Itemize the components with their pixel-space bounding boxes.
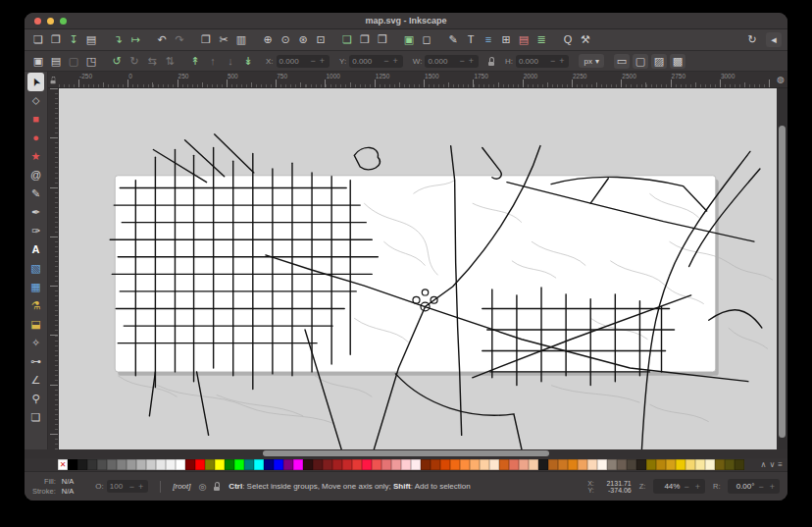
palette-swatch[interactable] — [156, 459, 166, 470]
move-gradients-toggle[interactable]: ▨ — [651, 54, 667, 69]
save-document-button[interactable]: ↧ — [66, 32, 81, 47]
zoom-selection-button[interactable]: ⊕ — [260, 32, 276, 47]
connector-tool[interactable]: ⊶ — [27, 352, 44, 371]
palette-swatch[interactable] — [538, 459, 548, 470]
layer-lock-icon[interactable] — [214, 482, 221, 491]
zoom-plus-button[interactable]: + — [693, 482, 702, 492]
duplicate-button[interactable]: ❏ — [339, 32, 355, 47]
x-plus-button[interactable]: + — [318, 56, 327, 66]
palette-scroll-up-button[interactable]: ∧ — [761, 460, 767, 469]
calligraphy-tool[interactable]: ✑ — [27, 222, 44, 240]
palette-swatch[interactable] — [705, 459, 715, 470]
palette-swatch[interactable] — [715, 459, 725, 470]
palette-swatch[interactable] — [342, 459, 352, 470]
select-all-layers-button[interactable]: ▤ — [48, 54, 64, 69]
palette-swatch[interactable] — [460, 459, 470, 470]
y-plus-button[interactable]: + — [390, 56, 399, 66]
opacity-plus-button[interactable]: + — [136, 482, 145, 492]
import-button[interactable]: ↴ — [110, 32, 126, 47]
flip-horizontal-button[interactable]: ⇆ — [144, 54, 160, 69]
horizontal-scrollbar[interactable] — [25, 449, 787, 458]
palette-swatch[interactable] — [411, 459, 421, 470]
horizontal-ruler[interactable]: -250025050075010001250150017502000225025… — [59, 72, 774, 87]
collapse-toolbar-button[interactable]: ◂ — [766, 32, 782, 47]
lock-ratio-icon[interactable] — [488, 57, 495, 66]
palette-swatch[interactable] — [735, 459, 744, 470]
palette-swatch[interactable] — [362, 459, 372, 470]
tweak-tool[interactable]: ✧ — [27, 334, 44, 352]
move-patterns-toggle[interactable]: ▩ — [670, 54, 685, 69]
lower-button[interactable]: ↓ — [223, 54, 238, 69]
palette-swatch[interactable] — [587, 459, 597, 470]
palette-swatch[interactable] — [68, 459, 77, 470]
palette-swatch[interactable] — [509, 459, 519, 470]
vertical-scrollbar-thumb[interactable] — [779, 126, 786, 438]
palette-swatch[interactable] — [176, 459, 185, 470]
paste-button[interactable]: ▥ — [233, 32, 249, 47]
redo-button[interactable]: ↷ — [172, 32, 187, 47]
ellipse-tool[interactable]: ● — [27, 129, 44, 147]
rotation-minus-button[interactable]: − — [756, 482, 765, 492]
snap-controls-icon[interactable]: ◍ — [774, 72, 787, 87]
palette-swatch[interactable] — [87, 459, 97, 470]
palette-swatch[interactable] — [195, 459, 205, 470]
palette-swatch[interactable] — [401, 459, 411, 470]
palette-swatch[interactable] — [578, 459, 587, 470]
palette-swatch[interactable] — [244, 459, 254, 470]
height-minus-button[interactable]: − — [548, 56, 557, 66]
palette-swatch[interactable] — [117, 459, 127, 470]
reset-rotation-button[interactable]: ↻ — [744, 32, 760, 47]
raise-button[interactable]: ↑ — [205, 54, 221, 69]
width-input[interactable]: 0.000 — [428, 57, 457, 66]
palette-swatch[interactable] — [127, 459, 136, 470]
palette-swatch[interactable] — [489, 459, 499, 470]
preferences-button[interactable]: ⚒ — [578, 32, 593, 47]
palette-swatch[interactable] — [548, 459, 558, 470]
palette-swatch[interactable] — [440, 459, 450, 470]
flip-vertical-button[interactable]: ⇅ — [162, 54, 178, 69]
zoom-actual-size-button[interactable]: ⊛ — [295, 32, 311, 47]
palette-swatch[interactable] — [695, 459, 705, 470]
palette-swatch[interactable] — [607, 459, 617, 470]
current-layer-name[interactable]: [root] — [173, 482, 190, 491]
palette-swatch[interactable] — [166, 459, 176, 470]
palette-swatch[interactable] — [274, 459, 283, 470]
x-minus-button[interactable]: − — [309, 56, 318, 66]
palette-swatch[interactable] — [97, 459, 107, 470]
paint-bucket-tool[interactable]: ⬓ — [27, 315, 44, 334]
palette-swatch[interactable] — [391, 459, 401, 470]
lower-to-bottom-button[interactable]: ↡ — [240, 54, 256, 69]
xml-editor-button[interactable]: ⊞ — [498, 32, 514, 47]
select-all-button[interactable]: ▣ — [30, 54, 46, 69]
create-clone-button[interactable]: ❐ — [357, 32, 373, 47]
layer-visibility-eye-icon[interactable]: ◎ — [199, 482, 207, 492]
palette-swatch[interactable] — [372, 459, 381, 470]
palette-menu-button[interactable]: ≡ — [778, 460, 783, 469]
palette-swatch[interactable] — [293, 459, 303, 470]
palette-swatch[interactable] — [519, 459, 529, 470]
node-tool[interactable]: ⬦ — [27, 91, 44, 110]
vertical-ruler[interactable] — [48, 88, 59, 449]
palette-swatch[interactable] — [332, 459, 342, 470]
palette-swatch[interactable] — [205, 459, 215, 470]
palette-swatch[interactable] — [381, 459, 391, 470]
palette-swatch[interactable] — [470, 459, 480, 470]
palette-swatch[interactable] — [725, 459, 735, 470]
palette-swatch[interactable] — [303, 459, 313, 470]
pencil-tool[interactable]: ✎ — [27, 184, 44, 203]
print-button[interactable]: ▤ — [83, 32, 99, 47]
palette-swatch[interactable] — [107, 459, 117, 470]
group-button[interactable]: ▣ — [401, 32, 417, 47]
vertical-scrollbar[interactable] — [777, 88, 787, 449]
document-properties-button[interactable]: ▤ — [516, 32, 532, 47]
zoom-page-button[interactable]: ⊡ — [313, 32, 329, 47]
rotate-cw-button[interactable]: ↻ — [127, 54, 142, 69]
palette-scroll-down-button[interactable]: ∨ — [769, 460, 775, 469]
rotate-ccw-button[interactable]: ↺ — [109, 54, 125, 69]
new-document-button[interactable]: ❏ — [30, 32, 46, 47]
palette-swatch[interactable] — [421, 459, 431, 470]
ungroup-button[interactable]: ◻ — [419, 32, 434, 47]
close-window-button[interactable] — [34, 18, 41, 25]
palette-swatch[interactable] — [597, 459, 607, 470]
dropper-tool[interactable]: ⚗ — [27, 296, 44, 315]
